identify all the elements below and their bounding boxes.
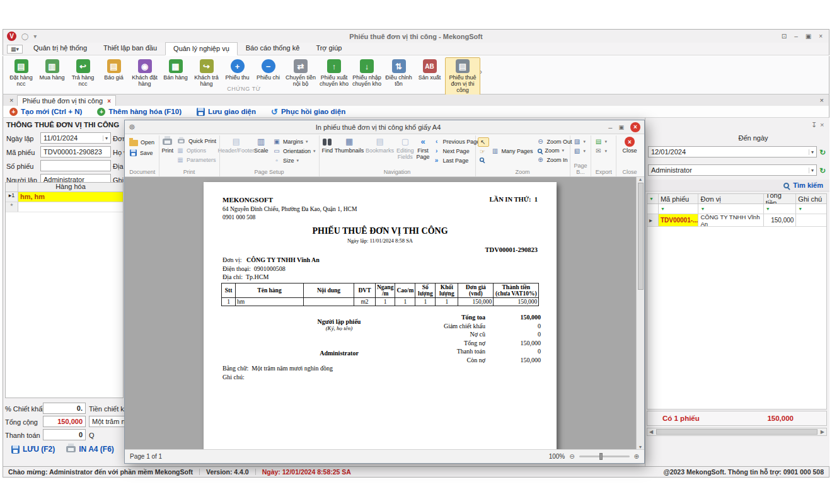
dialog-close-icon[interactable]: ×: [630, 122, 640, 132]
add-item-button[interactable]: +Thêm hàng hóa (F10): [97, 108, 182, 116]
save-button[interactable]: LƯU (F2): [11, 445, 55, 454]
dialog-maximize-icon[interactable]: ▣: [618, 124, 624, 130]
quick-access-caret-icon[interactable]: ▾: [33, 33, 37, 40]
paid-input[interactable]: 0: [43, 429, 86, 440]
margins-button[interactable]: ▣Margins▾: [272, 137, 317, 146]
minimize-icon[interactable]: –: [794, 33, 798, 40]
panel-close-icon[interactable]: ×: [820, 121, 824, 129]
toolbar-button-dat-hang-ncc[interactable]: ▤Đặt hàng ncc: [6, 57, 37, 89]
panel-pin-icon[interactable]: ↧: [811, 121, 817, 129]
magnifier-tool-button[interactable]: [478, 156, 489, 163]
column-header-ma-phieu[interactable]: Mã phiếu: [659, 194, 699, 203]
refresh-user-icon[interactable]: ↻: [819, 166, 826, 175]
zoom-slider[interactable]: [579, 455, 630, 457]
chevron-down-icon[interactable]: ▾: [809, 149, 814, 155]
print-button[interactable]: Print: [161, 135, 175, 156]
chevron-down-icon[interactable]: ▾: [809, 168, 814, 173]
record-icon[interactable]: ◯: [21, 33, 28, 40]
last-page-button[interactable]: »Last Page: [432, 156, 482, 164]
zoom-out-button[interactable]: ⊖Zoom Out: [536, 137, 574, 146]
total-input[interactable]: 150,000: [43, 416, 86, 427]
bookmarks-button[interactable]: ▤Bookmarks: [365, 135, 395, 156]
toolbar-button-mua-hang[interactable]: ▥Mua hàng: [37, 57, 67, 83]
result-tong-tien[interactable]: 150,000: [764, 214, 797, 226]
column-header-don-vi[interactable]: Đơn vị: [698, 194, 763, 203]
restore-layout-button[interactable]: ↺Phục hồi giao diện: [271, 107, 345, 117]
items-row[interactable]: ▸1 hm, hm: [6, 192, 123, 202]
column-header-ghi-chu[interactable]: Ghi chú: [796, 194, 826, 203]
previous-page-button[interactable]: ‹Previous Page: [432, 137, 482, 146]
parameters-button[interactable]: ▦Parameters: [175, 156, 217, 164]
zoom-slider-thumb[interactable]: [599, 453, 603, 460]
tab-quan-ly-nghiep-vu[interactable]: Quản lý nghiệp vụ: [165, 42, 238, 55]
thumbnails-button[interactable]: ▦Thumbnails: [335, 135, 364, 156]
items-new-row[interactable]: *: [6, 202, 123, 212]
toolbar-button-tra-hang-ncc[interactable]: ↩Trả hàng ncc: [67, 57, 98, 89]
filter-icon[interactable]: ▼: [649, 197, 654, 201]
tab-bar-close-icon[interactable]: ×: [9, 96, 13, 104]
toolbar-button-san-xuat[interactable]: ABSản xuất: [414, 57, 445, 83]
pointer-tool-button[interactable]: ↖: [478, 137, 489, 147]
zoom-in-icon[interactable]: ⊕: [634, 453, 639, 460]
open-button[interactable]: Open: [128, 137, 156, 147]
ma-phieu-input[interactable]: TDV00001-290823: [40, 146, 111, 158]
new-button[interactable]: +Tạo mới (Ctrl + N): [9, 108, 82, 116]
close-preview-button[interactable]: ×Close: [618, 135, 641, 156]
restore-icon[interactable]: ▣: [806, 33, 811, 40]
page-color-button[interactable]: ▧▾: [572, 147, 587, 155]
toolbar-expander-icon[interactable]: ›: [480, 67, 482, 76]
zoom-out-icon[interactable]: ⊖: [569, 453, 574, 460]
many-pages-button[interactable]: ▥Many Pages: [490, 147, 534, 155]
search-button[interactable]: Tìm kiếm: [783, 181, 823, 189]
filter-row[interactable]: ▼ ▼ ▼ ▼: [647, 204, 826, 214]
items-row-value[interactable]: hm, hm: [18, 192, 123, 202]
toolbar-button-bao-gia[interactable]: ▤Báo giá: [98, 57, 129, 83]
horizontal-scrollbar[interactable]: ◀ ▶: [647, 428, 827, 436]
zoom-in-button[interactable]: ⊕Zoom In: [536, 156, 574, 164]
scroll-up-icon[interactable]: ▲: [638, 177, 643, 181]
tab-bar-close-right-icon[interactable]: ×: [820, 96, 824, 104]
chevron-down-icon[interactable]: ▾: [103, 135, 108, 141]
toolbar-button-phieu-xuat-chuyen-kho[interactable]: ↑Phiếu xuất chuyển kho: [318, 57, 350, 89]
close-icon[interactable]: ×: [819, 33, 823, 40]
toolbar-button-khach-tra-hang[interactable]: ↪Khách trả hàng: [191, 57, 222, 89]
toolbar-button-dieu-chinh-ton[interactable]: ⇅Điều chỉnh tồn: [383, 57, 414, 89]
size-button[interactable]: ▫Size▾: [272, 156, 317, 164]
zoom-button[interactable]: Zoom▾: [536, 147, 574, 154]
tab-tro-giup[interactable]: Trợ giúp: [308, 42, 350, 55]
toolbar-button-ban-hang[interactable]: ▦Bán hàng: [160, 57, 191, 83]
next-page-button[interactable]: ›Next Page: [432, 147, 482, 155]
preview-vertical-scrollbar[interactable]: ▲ ▼: [636, 177, 644, 449]
tab-thiet-lap-ban-dau[interactable]: Thiết lập ban đầu: [95, 42, 165, 55]
result-row[interactable]: ▸ TDV00001-... CÔNG TY TNHH Vĩnh An 150,…: [647, 214, 826, 227]
quick-print-button[interactable]: Quick Print: [175, 137, 217, 145]
scroll-down-icon[interactable]: ▼: [638, 445, 643, 449]
find-button[interactable]: Find: [321, 135, 334, 156]
filter-icon[interactable]: ▼: [659, 204, 699, 214]
send-button[interactable]: ✉▾: [593, 147, 608, 155]
fullscreen-icon[interactable]: ⊡: [782, 33, 787, 40]
export-to-button[interactable]: ▤▾: [593, 137, 608, 146]
result-ghi-chu[interactable]: [796, 214, 826, 226]
save-layout-button[interactable]: Lưu giao diện: [197, 108, 256, 116]
watermark-button[interactable]: ▨▾: [572, 137, 587, 146]
result-don-vi[interactable]: CÔNG TY TNHH Vĩnh An: [698, 214, 763, 226]
user-filter-input[interactable]: Administrator▾: [648, 164, 817, 176]
tab-quan-tri-he-thong[interactable]: Quản trị hệ thống: [25, 42, 95, 55]
options-button[interactable]: ▦Options: [175, 146, 217, 154]
toolbar-button-phieu-nhap-chuyen-kho[interactable]: ↓Phiếu nhập chuyển kho: [350, 57, 383, 89]
scroll-right-icon[interactable]: ▶: [819, 429, 826, 435]
ngay-lap-input[interactable]: 11/01/2024▾: [40, 132, 111, 144]
column-header-tong-tien[interactable]: Tổng tiền: [764, 194, 797, 203]
filter-icon[interactable]: ▼: [796, 204, 826, 214]
so-phieu-input[interactable]: [40, 160, 111, 171]
dialog-titlebar[interactable]: ☸ In phiếu thuê đơn vị thi công khổ giấy…: [125, 120, 644, 134]
result-ma-phieu[interactable]: TDV00001-...: [659, 214, 699, 226]
document-tab-close-icon[interactable]: ×: [107, 98, 111, 105]
document-tab[interactable]: Phiếu thuê đơn vị thi công ×: [17, 95, 116, 106]
toolbar-button-phieu-thu[interactable]: +Phiếu thu: [222, 57, 253, 83]
orientation-button[interactable]: ▭Orientation▾: [272, 147, 317, 155]
app-logo-icon[interactable]: V: [7, 32, 16, 41]
preview-scrollbar-thumb[interactable]: [638, 183, 644, 290]
items-new-row-cell[interactable]: [18, 202, 123, 212]
